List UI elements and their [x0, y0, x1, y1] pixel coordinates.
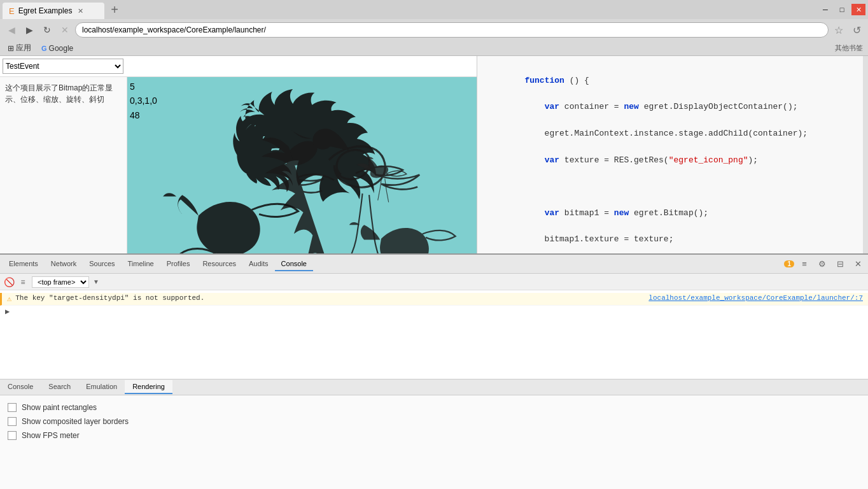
show-composited-checkbox[interactable]: [8, 417, 17, 426]
tab-elements[interactable]: Elements: [3, 257, 45, 271]
bottom-tab-rendering[interactable]: Rendering: [125, 380, 172, 394]
google-bookmark[interactable]: G Google: [39, 43, 76, 53]
new-tab-button[interactable]: +: [107, 2, 122, 17]
tab-favicon: E: [9, 6, 15, 16]
google-favicon: G: [41, 45, 47, 52]
forward-button[interactable]: ▶: [22, 22, 37, 38]
console-format-button[interactable]: ≡: [797, 257, 812, 272]
show-paint-option: Show paint rectangles: [8, 400, 860, 415]
tab-console[interactable]: Console: [275, 257, 313, 271]
console-source-link[interactable]: localhost/example_workspace/CoreExample/…: [648, 294, 863, 302]
clear-console-button[interactable]: 🚫: [4, 277, 14, 287]
apps-bookmark[interactable]: ⊞ 应用: [5, 42, 34, 54]
number-line-1: 5: [130, 80, 157, 94]
tab-profiles[interactable]: Profiles: [160, 257, 197, 271]
rendering-panel: Show paint rectangles Show composited la…: [0, 395, 868, 489]
bookmarks-bar: ⊞ 应用 G Google 其他书签: [0, 41, 868, 56]
event-dropdown[interactable]: TestEvent: [3, 59, 123, 74]
maximize-button[interactable]: □: [835, 4, 849, 15]
frame-arrow-icon: ▼: [93, 278, 99, 285]
devtools-panel: Elements Network Sources Timeline Profil…: [0, 253, 868, 489]
canvas-numbers: 5 0,3,1,0 48: [130, 80, 157, 122]
number-line-2: 0,3,1,0: [130, 94, 157, 108]
bottom-tab-emulation[interactable]: Emulation: [78, 380, 125, 394]
browser-chrome: E Egret Examples ✕ + ─ □ ✕ ◀ ▶ ↻ ✕ ☆ ↺ ⊞: [0, 0, 868, 56]
filter-button[interactable]: ≡: [18, 277, 28, 287]
apps-icon: ⊞: [8, 44, 14, 53]
close-button[interactable]: ✕: [851, 4, 865, 15]
devtools-settings-button[interactable]: ⚙: [815, 257, 830, 272]
devtools-dock-button[interactable]: ⊟: [832, 257, 848, 272]
reload-button[interactable]: ↻: [39, 22, 55, 38]
dropdown-bar: TestEvent: [0, 56, 477, 77]
minimize-button[interactable]: ─: [818, 4, 832, 15]
show-composited-label: Show composited layer borders: [22, 417, 129, 426]
apps-label: 应用: [16, 43, 31, 53]
console-warning-text: The key "target-densitydpi" is not suppo…: [15, 294, 645, 302]
bookmark-star-icon[interactable]: ☆: [831, 22, 846, 38]
extension-icon[interactable]: ↺: [849, 22, 864, 38]
tab-close-button[interactable]: ✕: [76, 6, 85, 15]
show-fps-checkbox[interactable]: [8, 431, 17, 440]
tab-bar: E Egret Examples ✕ + ─ □ ✕: [0, 0, 868, 19]
prompt-icon: ▶: [5, 307, 10, 316]
console-content: ⚠ The key "target-densitydpi" is not sup…: [0, 290, 868, 379]
console-toolbar: 🚫 ≡ <top frame> ▼: [0, 274, 868, 290]
tab-audits[interactable]: Audits: [242, 257, 275, 271]
active-tab[interactable]: E Egret Examples ✕: [3, 3, 104, 19]
tab-title: Egret Examples: [18, 6, 73, 15]
console-prompt[interactable]: ▶: [0, 306, 868, 317]
number-line-3: 48: [130, 108, 157, 122]
google-label: Google: [49, 44, 74, 53]
window-controls: ─ □ ✕: [818, 4, 865, 15]
show-fps-option: Show FPS meter: [8, 429, 860, 443]
page-wrapper: E Egret Examples ✕ + ─ □ ✕ ◀ ▶ ↻ ✕ ☆ ↺ ⊞: [0, 0, 868, 489]
address-bar: ◀ ▶ ↻ ✕ ☆ ↺: [0, 19, 868, 41]
bottom-tab-console[interactable]: Console: [0, 380, 41, 394]
tab-network[interactable]: Network: [45, 257, 83, 271]
tab-resources[interactable]: Resources: [196, 257, 242, 271]
show-fps-label: Show FPS meter: [22, 431, 80, 440]
other-bookmarks[interactable]: 其他书签: [835, 43, 863, 53]
show-paint-label: Show paint rectangles: [22, 403, 97, 412]
frame-selector[interactable]: <top frame>: [32, 276, 89, 288]
tab-sources[interactable]: Sources: [83, 257, 121, 271]
bottom-tabs-bar: Console Search Emulation Rendering: [0, 379, 868, 395]
show-composited-option: Show composited layer borders: [8, 415, 860, 429]
bottom-tab-search[interactable]: Search: [41, 380, 78, 394]
stop-button[interactable]: ✕: [57, 22, 73, 38]
show-paint-checkbox[interactable]: [8, 403, 17, 412]
warning-badge: 1: [784, 260, 794, 267]
devtools-right-icons: 1 ≡ ⚙ ⊟ ✕: [784, 257, 865, 272]
description-text: 这个项目展示了Bitmap的正常显示、位移、缩放、旋转、斜切: [5, 82, 122, 105]
warning-icon: ⚠: [7, 294, 11, 304]
console-warning-line: ⚠ The key "target-densitydpi" is not sup…: [0, 293, 868, 306]
address-input[interactable]: [75, 22, 829, 38]
back-button[interactable]: ◀: [4, 22, 19, 38]
devtools-close-button[interactable]: ✕: [850, 257, 865, 272]
devtools-tabs: Elements Network Sources Timeline Profil…: [0, 255, 868, 274]
tab-timeline[interactable]: Timeline: [122, 257, 160, 271]
